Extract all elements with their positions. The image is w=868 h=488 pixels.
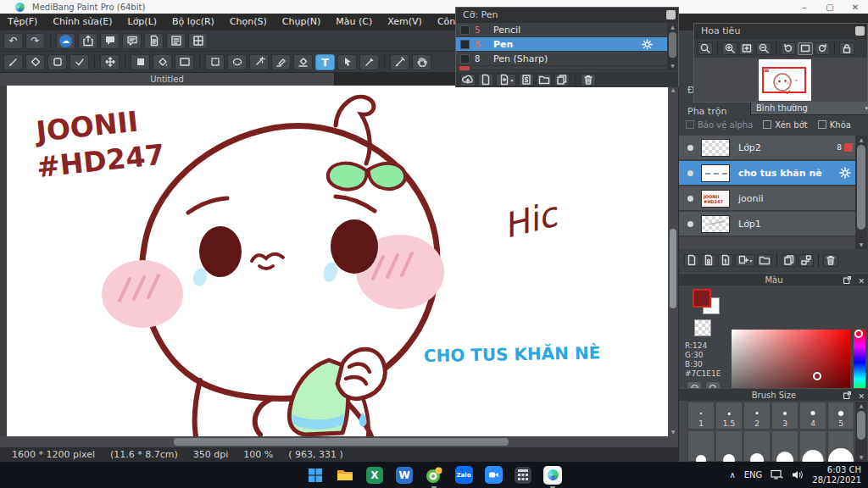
file-explorer-button[interactable] xyxy=(335,465,355,485)
brush-row-pen-sharp[interactable]: 8 Pen (Sharp) xyxy=(456,52,668,66)
comment-button[interactable] xyxy=(122,33,142,49)
bucket-tool[interactable] xyxy=(153,54,172,70)
scroll-up-icon[interactable]: ▲ xyxy=(855,136,867,144)
brush-size-20[interactable] xyxy=(799,430,826,462)
scroll-down-icon[interactable]: ▼ xyxy=(668,428,678,436)
layer-scrollbar[interactable]: ▲ ▼ xyxy=(855,136,867,249)
network-icon[interactable] xyxy=(771,469,783,480)
layer-row-lop1[interactable]: Lớp1 xyxy=(679,212,855,236)
brush-checkbox[interactable] xyxy=(460,54,470,64)
color-picker-ring[interactable] xyxy=(813,372,821,380)
brush-size-25[interactable] xyxy=(827,430,854,462)
duplicate-layer-button[interactable] xyxy=(782,254,797,267)
brush-size-10[interactable] xyxy=(743,430,771,462)
zoom-out-button[interactable] xyxy=(756,42,771,55)
redo-button[interactable]: ↷ xyxy=(25,33,45,49)
eraser-tool[interactable] xyxy=(25,54,45,70)
popout-icon[interactable] xyxy=(843,391,852,400)
brush-checkbox[interactable] xyxy=(460,40,470,49)
zoom-actual-button[interactable] xyxy=(698,42,713,55)
brush-list-scrollbar[interactable]: ▲ ▼ xyxy=(667,23,678,70)
canvas[interactable]: JOONII #HD247 Hic CHO TUS KHĂN NÈ xyxy=(7,86,668,436)
brush-size-5[interactable]: 5 xyxy=(827,402,854,430)
scroll-thumb[interactable] xyxy=(857,411,865,440)
speaker-icon[interactable] xyxy=(792,469,804,480)
publish-button[interactable] xyxy=(78,33,97,49)
start-button[interactable] xyxy=(305,465,326,485)
brush-size-6[interactable] xyxy=(687,430,715,462)
add-brush-menu-button[interactable]: ▾ xyxy=(496,74,516,86)
popout-icon[interactable] xyxy=(843,275,852,285)
coccoc-button[interactable] xyxy=(424,465,444,485)
medibang-taskbar-button[interactable] xyxy=(542,465,563,485)
rotate-left-button[interactable] xyxy=(781,42,796,55)
scroll-down-icon[interactable]: ▼ xyxy=(667,62,678,70)
brush-settings-gear-icon[interactable] xyxy=(642,39,653,50)
hue-ring[interactable] xyxy=(854,330,863,338)
zoom-button[interactable] xyxy=(483,465,504,485)
horizontal-scrollbar[interactable] xyxy=(0,436,678,447)
menu-snap[interactable]: Chụp(N) xyxy=(275,14,328,30)
vertical-scrollbar[interactable]: ▲ ▼ xyxy=(668,86,678,436)
menu-filter[interactable]: Bộ lọc(R) xyxy=(164,14,222,30)
add-8bit-layer-button[interactable] xyxy=(701,254,716,267)
layer-visible-icon[interactable] xyxy=(687,170,693,176)
brush-cloud-button[interactable] xyxy=(460,74,476,86)
calculator-button[interactable] xyxy=(513,465,533,485)
navigator-preview[interactable] xyxy=(694,58,867,102)
operation-tool[interactable] xyxy=(337,54,357,70)
transparent-swatch[interactable] xyxy=(694,319,711,336)
brush-folder-button[interactable] xyxy=(537,74,552,86)
selecteraser-tool[interactable] xyxy=(293,54,313,70)
layer-visible-icon[interactable] xyxy=(687,196,693,202)
scroll-thumb[interactable] xyxy=(857,145,865,230)
zoom-fit-button[interactable] xyxy=(739,42,754,55)
brush-row-partial[interactable] xyxy=(456,66,668,70)
layer-row-joonii[interactable]: JOONII #HD247 joonii xyxy=(679,186,855,211)
minimize-icon[interactable]: – xyxy=(792,3,817,12)
cloud-sync-button[interactable]: ☁ xyxy=(56,33,75,49)
lock-checkbox[interactable]: Khóa xyxy=(818,120,851,130)
layer-settings-gear-icon[interactable] xyxy=(839,167,851,179)
layer-visible-icon[interactable] xyxy=(687,145,693,151)
lasso-tool[interactable] xyxy=(227,54,247,70)
zalo-button[interactable]: Zalo xyxy=(453,465,474,485)
snap-tool[interactable] xyxy=(70,54,89,70)
merge-layer-button[interactable] xyxy=(798,254,814,267)
horizontal-scroll-thumb[interactable] xyxy=(174,438,509,446)
brush-size-4[interactable]: 4 xyxy=(799,402,826,430)
chat-button[interactable] xyxy=(100,33,120,49)
close-icon[interactable]: ✕ xyxy=(843,3,868,12)
menu-color[interactable]: Màu (C) xyxy=(328,14,380,30)
layer-row-lop2[interactable]: Lớp2 8 xyxy=(679,136,855,160)
close-button[interactable] xyxy=(666,10,676,19)
brush-panel-header[interactable]: Cỡ: Pen xyxy=(456,8,678,23)
picker-tool[interactable] xyxy=(390,54,409,70)
wand-tool[interactable] xyxy=(249,54,269,70)
brush-size-8[interactable] xyxy=(715,430,743,462)
brush-row-pen[interactable]: 5 Pen xyxy=(456,37,668,52)
brush-tool[interactable] xyxy=(3,54,23,70)
word-button[interactable]: W xyxy=(394,465,415,485)
menu-view[interactable]: Xem(V) xyxy=(380,14,430,30)
script-brush-button[interactable] xyxy=(519,74,534,86)
undo-button[interactable]: ↶ xyxy=(3,33,23,49)
layer-row-selected[interactable]: cho tus khăn nè xyxy=(679,161,855,186)
delete-brush-button[interactable] xyxy=(581,74,596,86)
gradient-tool[interactable] xyxy=(175,54,194,70)
brush-size-scrollbar[interactable]: ▲ ▼ xyxy=(855,402,867,462)
delete-layer-button[interactable] xyxy=(823,254,838,267)
zoom-in-button[interactable] xyxy=(722,42,737,55)
brush-size-3[interactable]: 3 xyxy=(771,402,798,430)
reset-view-button[interactable] xyxy=(798,42,813,55)
text-tool[interactable]: T xyxy=(315,54,335,70)
scroll-up-icon[interactable]: ▲ xyxy=(667,23,678,31)
maximize-icon[interactable]: ▢ xyxy=(817,3,843,12)
select-tool[interactable] xyxy=(131,54,150,70)
blend-mode-select[interactable]: Bình thường ▾ xyxy=(750,102,868,115)
language-indicator[interactable]: ENG xyxy=(744,470,763,480)
tray-chevron-icon[interactable]: ∧ xyxy=(729,470,735,480)
lock-rotation-button[interactable] xyxy=(839,42,854,55)
brush-size-1-5[interactable]: 1.5 xyxy=(715,402,743,430)
brush-size-1[interactable]: 1 xyxy=(687,402,715,430)
